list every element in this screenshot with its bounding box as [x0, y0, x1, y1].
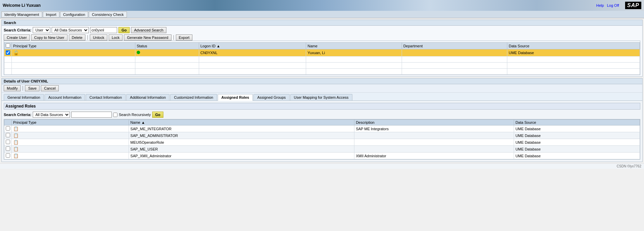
- tab-customized[interactable]: Customized Information: [170, 94, 217, 100]
- empty-row-1: [4, 56, 640, 63]
- role-type-icon-1: 📋: [13, 133, 19, 138]
- help-link[interactable]: Help: [596, 3, 604, 7]
- tab-account[interactable]: Account Information: [45, 94, 85, 100]
- col-department: Department: [402, 43, 507, 49]
- sap-logo: SAP: [625, 2, 641, 9]
- modify-button[interactable]: Modify: [4, 85, 21, 91]
- save-button[interactable]: Save: [25, 85, 39, 91]
- role-checkbox-4[interactable]: [6, 153, 10, 158]
- col-status: Status: [135, 43, 199, 49]
- roles-search-input[interactable]: [71, 112, 112, 118]
- search-datasource-select[interactable]: All Data Sources: [52, 27, 89, 33]
- nav-identity-management[interactable]: Identity Management: [1, 11, 42, 18]
- create-user-button[interactable]: Create User: [4, 34, 30, 41]
- role-desc-4: XMII Administrator: [356, 154, 386, 158]
- row-checkbox[interactable]: [6, 50, 10, 55]
- roles-table: Principal Type Name ▲ Description Data S…: [4, 119, 640, 159]
- details-sep: [23, 86, 23, 91]
- search-panel: Search Search Criteria: User All Data So…: [1, 20, 643, 77]
- status-indicator: [137, 51, 140, 54]
- role-ds-4: UME Database: [515, 154, 541, 158]
- roles-datasource-select[interactable]: All Data Sources: [33, 112, 70, 118]
- roles-search-row: Search Criteria: All Data Sources Search…: [4, 112, 640, 118]
- nav-consistency-check[interactable]: Consistency Check: [89, 11, 127, 18]
- role-checkbox-2[interactable]: [6, 140, 10, 144]
- roles-col-check: [4, 120, 12, 125]
- col-name: Name: [306, 43, 402, 49]
- principal-type-icon: 🔒: [13, 50, 19, 55]
- tabs-row: General Information Account Information …: [2, 93, 642, 101]
- role-row[interactable]: 📋 MEUI5OperatorRole UME Database: [4, 139, 640, 146]
- generate-password-button[interactable]: Generate New Password: [124, 34, 171, 41]
- nav-configuration[interactable]: Configuration: [60, 11, 88, 18]
- roles-go-button[interactable]: Go: [152, 112, 163, 118]
- details-toolbar: Modify Save Cancel: [2, 84, 642, 93]
- role-ds-2: UME Database: [515, 140, 541, 144]
- search-result-row[interactable]: 🔒 CN0YXNL Yuxuan, Li UME Database: [4, 49, 640, 56]
- copy-to-new-user-button[interactable]: Copy to New User: [31, 34, 67, 41]
- search-recursively-label: Search Recursively: [119, 113, 151, 117]
- role-checkbox-1[interactable]: [6, 133, 10, 137]
- empty-row-2: [4, 63, 640, 69]
- export-button[interactable]: Export: [176, 34, 193, 41]
- separator-1: [87, 35, 88, 40]
- top-header: Welcome Li Yuxuan Help Log Off SAP: [0, 0, 644, 11]
- col-principal-type: Principal Type: [12, 43, 135, 49]
- role-row[interactable]: 📋 SAP_XMII_Administrator XMII Administra…: [4, 153, 640, 159]
- search-criteria-row: Search Criteria: User All Data Sources G…: [4, 27, 640, 33]
- search-recursively-checkbox[interactable]: [113, 113, 117, 117]
- advanced-search-button[interactable]: Advanced Search: [131, 27, 166, 33]
- tab-user-mapping[interactable]: User Mapping for System Access: [290, 94, 352, 100]
- role-ds-1: UME Database: [515, 134, 541, 138]
- tab-contact[interactable]: Contact Information: [86, 94, 126, 100]
- roles-col-data-source: Data Source: [514, 120, 640, 125]
- role-type-icon-0: 📋: [13, 126, 19, 131]
- role-row[interactable]: 📋 SAP_ME_INTEGRATOR SAP ME Integrators U…: [4, 125, 640, 132]
- role-row[interactable]: 📋 SAP_ME_USER UME Database: [4, 146, 640, 153]
- role-desc-0: SAP ME Integrators: [356, 127, 388, 131]
- details-title: Details of User CN0YXNL: [2, 78, 642, 84]
- tab-additional[interactable]: Additional Information: [126, 94, 169, 100]
- assigned-roles-section: Assigned Roles Search Criteria: All Data…: [2, 101, 642, 162]
- col-data-source: Data Source: [507, 43, 640, 49]
- unlock-button[interactable]: Unlock: [90, 34, 107, 41]
- role-name-2: MEUI5OperatorRole: [130, 140, 164, 144]
- footer: CSDN ©lyx7762: [0, 163, 644, 169]
- tab-general[interactable]: General Information: [4, 94, 44, 100]
- search-go-button[interactable]: Go: [118, 27, 130, 33]
- assigned-roles-title: Assigned Roles: [4, 103, 640, 110]
- lock-button[interactable]: Lock: [109, 34, 123, 41]
- logoff-link[interactable]: Log Off: [607, 3, 619, 7]
- nav-import[interactable]: Import: [43, 11, 59, 18]
- delete-button[interactable]: Delete: [69, 34, 86, 41]
- roles-col-description: Description: [354, 120, 514, 125]
- search-table: Principal Type Status Logon ID ▲ Name De…: [4, 42, 640, 75]
- search-title: Search: [2, 20, 642, 26]
- roles-col-principal-type: Principal Type: [12, 120, 129, 125]
- empty-row-3: [4, 69, 640, 75]
- cancel-button[interactable]: Cancel: [41, 85, 58, 91]
- role-row[interactable]: 📋 SAP_ME_ADMINISTRATOR UME Database: [4, 132, 640, 139]
- role-type-icon-3: 📋: [13, 146, 19, 152]
- search-type-select[interactable]: User: [33, 27, 50, 33]
- role-ds-0: UME Database: [515, 127, 541, 131]
- role-type-icon-2: 📋: [13, 140, 19, 145]
- search-criteria-label: Search Criteria:: [4, 28, 31, 32]
- role-type-icon-4: 📋: [13, 153, 19, 158]
- search-toolbar: Create User Copy to New User Delete Unlo…: [4, 34, 640, 41]
- role-checkbox-0[interactable]: [6, 126, 10, 131]
- col-logon-id: Logon ID ▲: [199, 43, 306, 49]
- search-content: Search Criteria: User All Data Sources G…: [2, 26, 642, 76]
- col-check: [4, 43, 12, 49]
- select-all-checkbox[interactable]: [6, 43, 10, 48]
- tab-assigned-groups[interactable]: Assigned Groups: [253, 94, 289, 100]
- role-ds-3: UME Database: [515, 147, 541, 151]
- details-panel: Details of User CN0YXNL Modify Save Canc…: [1, 78, 643, 162]
- sap-logo-area: Help Log Off SAP: [596, 0, 644, 11]
- roles-col-name: Name ▲: [129, 120, 354, 125]
- tab-assigned-roles[interactable]: Assigned Roles: [218, 94, 253, 101]
- search-input[interactable]: [90, 27, 117, 33]
- role-checkbox-3[interactable]: [6, 146, 10, 151]
- name-cell: Yuxuan, Li: [307, 51, 325, 55]
- role-name-4: SAP_XMII_Administrator: [130, 154, 171, 158]
